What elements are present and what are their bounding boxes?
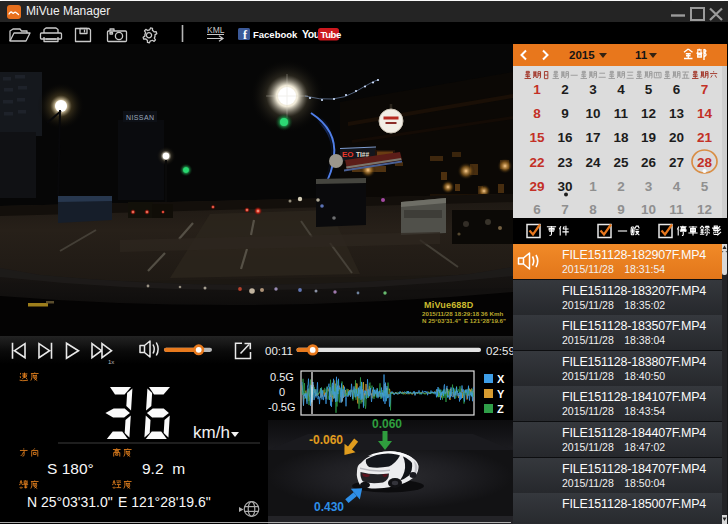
svg-text:10: 10 xyxy=(585,106,600,121)
svg-text:7: 7 xyxy=(701,82,709,97)
svg-text:N 25°03'31.0": N 25°03'31.0" xyxy=(27,494,113,510)
svg-text:3: 3 xyxy=(589,82,597,97)
svg-text:22: 22 xyxy=(529,155,544,170)
svg-text:18: 18 xyxy=(613,130,629,145)
svg-text:2: 2 xyxy=(561,82,569,97)
svg-text:00:11: 00:11 xyxy=(265,345,293,357)
svg-text:14: 14 xyxy=(697,106,713,121)
svg-text:13: 13 xyxy=(669,106,685,121)
svg-text:19: 19 xyxy=(641,130,656,145)
svg-text:2015: 2015 xyxy=(569,49,595,61)
svg-text:5: 5 xyxy=(645,82,653,97)
svg-text:7: 7 xyxy=(561,202,569,217)
svg-text:4: 4 xyxy=(617,82,625,97)
svg-text:23: 23 xyxy=(557,155,573,170)
svg-text:12: 12 xyxy=(641,106,656,121)
svg-text:9: 9 xyxy=(561,106,569,121)
svg-text:N 25°03'31.4" E 121°28'19.6": N 25°03'31.4" E 121°28'19.6" xyxy=(422,317,506,324)
svg-text:0.5G: 0.5G xyxy=(270,371,294,383)
svg-text:NISSAN: NISSAN xyxy=(126,114,154,121)
svg-text:30: 30 xyxy=(557,179,572,194)
svg-text:Y: Y xyxy=(497,388,505,400)
svg-text:11: 11 xyxy=(614,106,629,121)
svg-text:21: 21 xyxy=(697,130,713,145)
svg-text:0: 0 xyxy=(279,386,285,398)
svg-text:EO: EO xyxy=(342,150,354,159)
svg-text:0.060: 0.060 xyxy=(372,417,402,431)
svg-text:2015/11/28 18:29:18 36 Kmh: 2015/11/28 18:29:18 36 Kmh xyxy=(422,310,503,317)
svg-text:26: 26 xyxy=(641,155,657,170)
svg-text:02:59: 02:59 xyxy=(486,345,513,357)
svg-text:9: 9 xyxy=(617,202,625,217)
svg-text:25: 25 xyxy=(613,155,629,170)
svg-text:Z: Z xyxy=(497,403,504,415)
svg-text:15: 15 xyxy=(529,130,545,145)
svg-text:5: 5 xyxy=(701,179,709,194)
svg-text:0.430: 0.430 xyxy=(314,500,344,514)
svg-text:MiVue688D: MiVue688D xyxy=(424,300,474,310)
svg-text:6: 6 xyxy=(673,82,681,97)
svg-text:24: 24 xyxy=(585,155,601,170)
svg-text:1: 1 xyxy=(533,82,541,97)
svg-text:8: 8 xyxy=(589,202,597,217)
svg-text:Tube: Tube xyxy=(321,29,342,40)
svg-text:Facebook: Facebook xyxy=(253,29,298,40)
svg-text:6: 6 xyxy=(533,202,541,217)
svg-text:10: 10 xyxy=(641,202,656,217)
svg-text:8: 8 xyxy=(533,106,541,121)
svg-text:17: 17 xyxy=(585,130,600,145)
svg-text:20: 20 xyxy=(669,130,684,145)
svg-text:11: 11 xyxy=(635,49,648,61)
svg-text:-0.060: -0.060 xyxy=(309,433,343,447)
svg-text:28: 28 xyxy=(697,155,713,170)
svg-text:9.2 m: 9.2 m xyxy=(142,460,185,477)
svg-text:You: You xyxy=(302,28,320,40)
svg-text:11: 11 xyxy=(669,202,684,217)
svg-text:X: X xyxy=(497,373,505,385)
svg-text:4: 4 xyxy=(673,179,681,194)
svg-text:E 121°28'19.6": E 121°28'19.6" xyxy=(118,494,211,510)
svg-text:12: 12 xyxy=(697,202,712,217)
svg-text:29: 29 xyxy=(529,179,544,194)
svg-text:2: 2 xyxy=(617,179,625,194)
svg-text:-0.5G: -0.5G xyxy=(268,401,296,413)
svg-text:16: 16 xyxy=(557,130,573,145)
svg-text:1: 1 xyxy=(589,179,597,194)
svg-text:km/h: km/h xyxy=(193,423,230,442)
svg-text:27: 27 xyxy=(669,155,684,170)
svg-text:KML: KML xyxy=(207,25,225,35)
svg-text:S 180°: S 180° xyxy=(47,460,94,477)
svg-text:3: 3 xyxy=(645,179,653,194)
